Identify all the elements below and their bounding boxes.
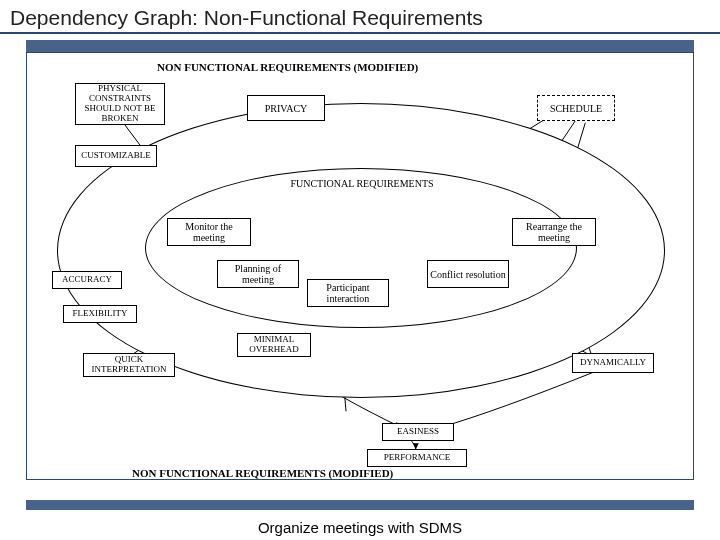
node-customizable: CUSTOMIZABLE xyxy=(75,145,157,167)
node-monitor-meeting: Monitor the meeting xyxy=(167,218,251,246)
node-flexibility: FLEXIBILITY xyxy=(63,305,137,323)
node-easiness: EASINESS xyxy=(382,423,454,441)
node-dynamically: DYNAMICALLY xyxy=(572,353,654,373)
frame-band-bottom xyxy=(26,500,694,510)
node-rearrange-meeting: Rearrange the meeting xyxy=(512,218,596,246)
node-physical-constraints: PHYSICAL CONSTRAINTS SHOULD NOT BE BROKE… xyxy=(75,83,165,125)
node-planning-meeting: Planning of meeting xyxy=(217,260,299,288)
inner-ellipse-label: FUNCTIONAL REQUIREMENTS xyxy=(287,178,437,189)
heading-bottom: NON FUNCTIONAL REQUIREMENTS (MODIFIED) xyxy=(132,467,393,479)
node-participant-interaction: Participant interaction xyxy=(307,279,389,307)
node-quick-interpretation: QUICK INTERPRETATION xyxy=(83,353,175,377)
slide-caption: Organize meetings with SDMS xyxy=(0,519,720,536)
node-schedule: SCHEDULE xyxy=(537,95,615,121)
node-minimal-overhead: MINIMAL OVERHEAD xyxy=(237,333,311,357)
node-conflict-resolution: Conflict resolution xyxy=(427,260,509,288)
page-title: Dependency Graph: Non-Functional Require… xyxy=(0,0,720,34)
frame-band-top xyxy=(26,40,694,52)
heading-top: NON FUNCTIONAL REQUIREMENTS (MODIFIED) xyxy=(157,61,418,73)
node-performance: PERFORMANCE xyxy=(367,449,467,467)
diagram-frame: NON FUNCTIONAL REQUIREMENTS (MODIFIED) F… xyxy=(26,52,694,480)
node-accuracy: ACCURACY xyxy=(52,271,122,289)
node-privacy: PRIVACY xyxy=(247,95,325,121)
